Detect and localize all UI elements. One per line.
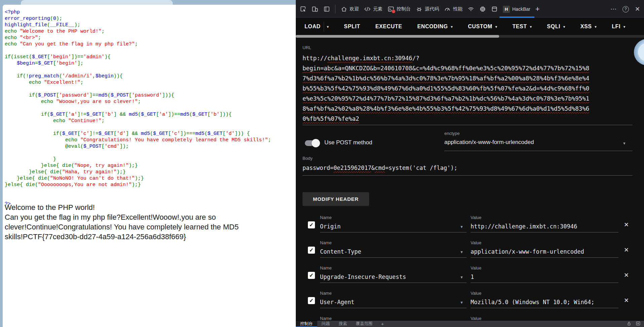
header-row-partial: Name Value bbox=[296, 316, 644, 321]
menu-item[interactable]: SQLI ▾ bbox=[547, 24, 565, 30]
header-value-input[interactable]: Mozilla/5.0 (Windows NT 10.0; Win64; bbox=[471, 299, 594, 305]
menu-item[interactable]: SPLIT ▾ bbox=[344, 24, 360, 30]
tab-sources[interactable]: 源代码 bbox=[416, 6, 439, 12]
code-line: echo "Continue!"; bbox=[5, 118, 271, 124]
chevron-down-icon[interactable]: ▾ bbox=[530, 25, 532, 29]
code-line: echo "<br>"; bbox=[5, 35, 271, 41]
header-enabled-checkbox[interactable]: ✓ bbox=[308, 272, 315, 279]
drawer-tab-issues[interactable]: 问题 bbox=[317, 321, 334, 327]
header-value-input[interactable]: http://challenge.imxbt.cn:30946 bbox=[471, 223, 577, 230]
tab-console[interactable]: 控制台 bbox=[388, 6, 411, 12]
code-line: if($_GET['c']!=$_GET['d'] && md5($_GET['… bbox=[5, 131, 271, 137]
remove-header-icon[interactable]: ✕ bbox=[624, 222, 629, 228]
menu-item[interactable]: TEST ▾ bbox=[512, 24, 532, 30]
drawer-tab-console[interactable]: 控制台 bbox=[296, 321, 317, 327]
remove-header-icon[interactable]: ✕ bbox=[624, 297, 629, 303]
header-value-input[interactable]: application/x-www-form-urlencoded bbox=[471, 248, 584, 255]
tab-performance[interactable]: 性能 bbox=[444, 6, 462, 12]
header-name-underline bbox=[320, 283, 467, 283]
header-enabled-checkbox[interactable]: ✓ bbox=[308, 297, 315, 304]
chevron-down-icon[interactable]: ▾ bbox=[495, 25, 497, 29]
header-name-dropdown-icon[interactable]: ▼ bbox=[460, 225, 464, 229]
devtools-pane: 欢迎 元素 控制台 源代码 bbox=[296, 0, 644, 327]
help-icon[interactable]: ? bbox=[622, 6, 629, 12]
header-name-input[interactable]: Origin bbox=[320, 223, 340, 230]
body-input[interactable]: password=0e215962017&cmd=system('cat /fl… bbox=[303, 165, 457, 171]
header-name-dropdown-icon[interactable]: ▼ bbox=[460, 275, 464, 279]
tab-hackbar[interactable]: H HackBar bbox=[503, 6, 530, 13]
chevron-down-icon[interactable]: ▾ bbox=[595, 25, 597, 29]
enctype-select[interactable]: application/x-www-form-urlencoded bbox=[444, 139, 534, 146]
menu-divider bbox=[324, 22, 324, 32]
url-input[interactable]: http://challenge.imxbt.cn:30946/? begin=… bbox=[303, 53, 589, 124]
chevron-down-icon[interactable]: ▾ bbox=[563, 25, 565, 29]
body-text-segment: & bbox=[371, 165, 375, 171]
web-page: <?php error_reporting(0);highlight_file(… bbox=[3, 5, 296, 327]
header-enabled-checkbox[interactable]: ✓ bbox=[308, 247, 315, 254]
close-devtools-icon[interactable]: ✕ bbox=[635, 6, 640, 12]
hackbar-menu-bar: LOAD ▾ SPLIT ▾ EXECUTE ▾ ENCODIN bbox=[296, 19, 644, 35]
more-tabs-icon[interactable]: + bbox=[535, 5, 540, 13]
open-drawer-icon[interactable] bbox=[636, 321, 641, 327]
use-post-label: Use POST method bbox=[324, 139, 372, 146]
horizontal-scrollbar[interactable] bbox=[296, 35, 644, 38]
menu-item[interactable]: LOAD ▾ bbox=[305, 22, 329, 32]
header-name-input[interactable]: Content-Type bbox=[320, 248, 361, 255]
header-name-input[interactable]: Upgrade-Insecure-Requests bbox=[320, 274, 406, 280]
header-value-input[interactable]: 1 bbox=[471, 274, 474, 280]
header-enabled-checkbox[interactable]: ✓ bbox=[308, 221, 315, 228]
code-line: $begin=$_GET['begin']; bbox=[5, 60, 271, 67]
browser-tab-strip[interactable] bbox=[21, 0, 173, 5]
menu-item[interactable]: CUSTOM ▾ bbox=[468, 24, 497, 30]
tab-welcome[interactable]: 欢迎 bbox=[340, 6, 359, 12]
code-line bbox=[5, 194, 271, 201]
storage-icon[interactable] bbox=[491, 6, 498, 12]
chevron-down-icon[interactable]: ▾ bbox=[451, 25, 453, 29]
header-row: ✓ Name User-Agent ▼ Value Mozilla/5.0 (W… bbox=[296, 291, 644, 316]
menu-item[interactable]: EXECUTE ▾ bbox=[375, 24, 402, 30]
header-value-label: Value bbox=[471, 215, 481, 220]
network-conditions-icon[interactable] bbox=[468, 6, 474, 12]
toggle-thumb[interactable] bbox=[312, 139, 320, 147]
add-drawer-tab-icon[interactable]: + bbox=[377, 321, 388, 327]
code-line: }else{ die("Nope, try again!");} bbox=[5, 162, 271, 169]
lock-icon[interactable] bbox=[627, 321, 632, 327]
menu-item[interactable]: ENCODING ▾ bbox=[417, 24, 453, 30]
hackbar-panel: URL http://challenge.imxbt.cn:30946/? be… bbox=[296, 38, 644, 321]
device-toolbar-icon[interactable] bbox=[312, 6, 318, 12]
remove-header-icon[interactable]: ✕ bbox=[624, 247, 629, 253]
header-row: ✓ Name Content-Type ▼ Value application/… bbox=[296, 240, 644, 265]
enctype-dropdown-icon[interactable]: ▼ bbox=[622, 141, 626, 145]
header-name-dropdown-icon[interactable]: ▼ bbox=[460, 300, 464, 304]
browser-floating-bubble[interactable] bbox=[634, 39, 644, 65]
modify-header-button[interactable]: MODIFY HEADER bbox=[303, 192, 369, 206]
screenshot-stage: <?php error_reporting(0);highlight_file(… bbox=[0, 0, 644, 327]
cpu-icon[interactable] bbox=[479, 6, 486, 12]
header-name-input[interactable]: User-Agent bbox=[320, 299, 354, 305]
code-line bbox=[5, 124, 271, 131]
more-options-icon[interactable]: ⋯ bbox=[610, 6, 616, 12]
drawer-tab-search[interactable]: 搜索 bbox=[334, 321, 352, 327]
menu-item[interactable]: LFI ▾ bbox=[612, 24, 625, 30]
header-name-dropdown-icon[interactable]: ▼ bbox=[460, 250, 464, 254]
header-name-label: Name bbox=[320, 215, 332, 220]
output-line-welcome: Welcome to the PHP world! bbox=[5, 203, 240, 212]
chevron-down-icon[interactable]: ▾ bbox=[327, 25, 329, 29]
drawer-tab-coverage[interactable]: 覆盖范围 bbox=[352, 321, 377, 327]
dock-panel-icon[interactable] bbox=[323, 6, 330, 12]
scrollbar-thumb[interactable] bbox=[296, 35, 499, 38]
tab-elements[interactable]: 元素 bbox=[364, 6, 383, 12]
remove-header-icon[interactable]: ✕ bbox=[624, 272, 629, 278]
bubble-inner-circle bbox=[638, 43, 644, 61]
header-value-label: Value bbox=[471, 316, 481, 321]
code-line: highlight_file(__FILE__); bbox=[5, 22, 271, 28]
drawer-right-controls bbox=[627, 321, 644, 327]
url-line: b%55%b3%5f%42%75%93%d8%49%67%6d%a0%d1%55… bbox=[303, 83, 589, 94]
menu-item[interactable]: XSS ▾ bbox=[580, 24, 597, 30]
checkmark-icon: ✓ bbox=[309, 222, 314, 228]
header-value-label: Value bbox=[471, 240, 481, 245]
console-error-badge bbox=[392, 9, 396, 13]
inspect-element-icon[interactable] bbox=[300, 6, 307, 12]
use-post-toggle[interactable] bbox=[305, 140, 319, 146]
chevron-down-icon[interactable]: ▾ bbox=[623, 25, 626, 29]
